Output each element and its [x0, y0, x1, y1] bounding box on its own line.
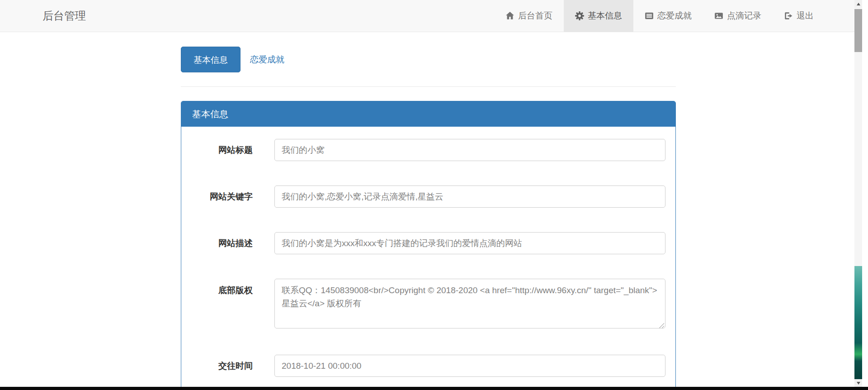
tab-basic-info[interactable]: 基本信息 — [181, 47, 241, 72]
top-navbar: 后台管理 后台首页 — [0, 0, 868, 32]
nav-item-label: 后台首页 — [518, 10, 552, 22]
footer-copyright-label: 底部版权 — [181, 285, 253, 296]
form-row-site-title: 网站标题 — [181, 139, 675, 161]
main-nav: 后台首页 基本信息 — [494, 0, 825, 32]
panel-body: 网站标题 网站关键字 网站描述 底部版权 联系QQ：1450839008<br/… — [181, 127, 675, 377]
logout-icon — [784, 11, 793, 20]
list-icon — [645, 11, 654, 20]
home-icon — [505, 11, 514, 20]
scroll-down-arrow-icon — [857, 382, 860, 385]
tab-love-achievements[interactable]: 恋爱成就 — [250, 47, 284, 72]
footer-copyright-textarea[interactable]: 联系QQ：1450839008<br/>Copyright © 2018-202… — [274, 279, 665, 328]
site-keywords-label: 网站关键字 — [181, 191, 253, 203]
nav-item-records[interactable]: 点滴记录 — [703, 0, 773, 32]
form-row-footer-copyright: 底部版权 联系QQ：1450839008<br/>Copyright © 201… — [181, 279, 675, 330]
site-description-label: 网站描述 — [181, 238, 253, 249]
site-title-label: 网站标题 — [181, 144, 253, 156]
form-row-site-keywords: 网站关键字 — [181, 185, 675, 208]
nav-item-label: 点滴记录 — [727, 10, 761, 22]
site-title-input[interactable] — [274, 139, 665, 161]
gear-icon — [575, 11, 584, 20]
nav-item-label: 基本信息 — [588, 10, 622, 22]
scroll-down-button[interactable] — [854, 379, 862, 387]
nav-item-home[interactable]: 后台首页 — [494, 0, 564, 32]
nav-item-basic-info[interactable]: 基本信息 — [564, 0, 633, 32]
form-row-site-description: 网站描述 — [181, 232, 675, 254]
relationship-date-label: 交往时间 — [181, 360, 253, 372]
relationship-date-input[interactable] — [274, 355, 665, 377]
tabs-divider — [181, 86, 676, 87]
nav-item-logout[interactable]: 退出 — [773, 0, 825, 32]
scroll-up-button[interactable] — [854, 0, 862, 8]
basic-info-panel: 基本信息 网站标题 网站关键字 网站描述 底部版权 联系QQ：145083900… — [181, 101, 676, 390]
scroll-up-arrow-icon — [857, 3, 860, 5]
bottom-edge-bar — [0, 387, 868, 390]
site-description-input[interactable] — [274, 232, 665, 254]
picture-icon — [714, 11, 723, 20]
vertical-scrollbar[interactable] — [854, 0, 862, 387]
scrollbar-thumb[interactable] — [854, 9, 862, 52]
app-title[interactable]: 后台管理 — [42, 0, 86, 32]
right-gutter — [862, 0, 868, 387]
site-keywords-input[interactable] — [274, 185, 665, 208]
panel-title: 基本信息 — [181, 101, 675, 127]
nav-item-label: 退出 — [797, 10, 814, 22]
scrollbar-secondary-thumb[interactable] — [854, 266, 862, 379]
nav-item-label: 恋爱成就 — [657, 10, 692, 22]
form-row-relationship-date: 交往时间 — [181, 355, 675, 377]
nav-item-love-achievements[interactable]: 恋爱成就 — [633, 0, 703, 32]
